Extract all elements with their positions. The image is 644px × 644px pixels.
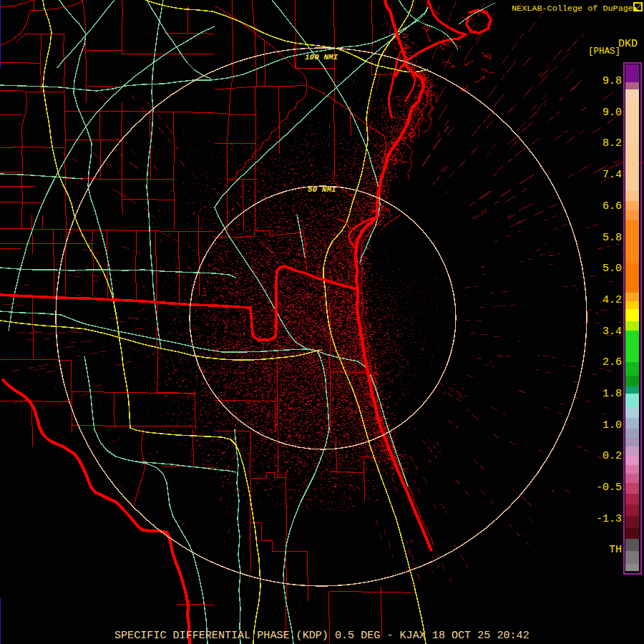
svg-text:NEXLAB-College of DuPage: NEXLAB-College of DuPage [512, 4, 633, 14]
svg-text:6.6: 6.6 [602, 200, 622, 213]
svg-text:5.0: 5.0 [602, 263, 622, 275]
svg-text:4.2: 4.2 [602, 294, 622, 306]
svg-text:1.8: 1.8 [602, 388, 622, 400]
svg-text:-1.3: -1.3 [596, 513, 622, 525]
svg-text:9.0: 9.0 [602, 107, 622, 119]
svg-text:100 NMI: 100 NMI [305, 53, 338, 62]
svg-text:SPECIFIC DIFFERENTIAL PHASE (K: SPECIFIC DIFFERENTIAL PHASE (KDP) 0.5 DE… [114, 629, 530, 642]
svg-text:8.2: 8.2 [602, 137, 622, 150]
svg-text:5.8: 5.8 [602, 232, 622, 244]
svg-text:3.4: 3.4 [602, 326, 622, 338]
svg-text:1.0: 1.0 [602, 419, 622, 431]
svg-text:9.8: 9.8 [602, 75, 622, 87]
svg-text:2.6: 2.6 [602, 356, 622, 369]
svg-text:-0.5: -0.5 [596, 482, 622, 494]
svg-text:50 NMI: 50 NMI [308, 185, 336, 194]
svg-text:[PHAS]: [PHAS] [588, 47, 620, 57]
svg-text:0.2: 0.2 [602, 450, 622, 462]
svg-text:7.4: 7.4 [602, 169, 622, 181]
svg-text:DKD: DKD [618, 38, 638, 50]
svg-text:TH: TH [609, 544, 622, 556]
